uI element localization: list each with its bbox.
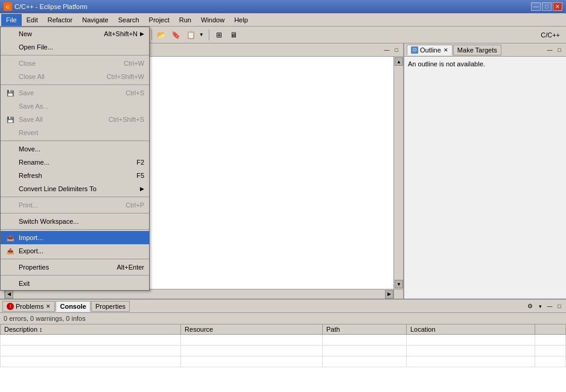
menu-save[interactable]: 💾 Save Ctrl+S bbox=[1, 86, 149, 100]
close-button[interactable]: ✕ bbox=[553, 2, 562, 11]
title-bar-left: C C/C++ - Eclipse Platform bbox=[4, 2, 87, 11]
menu-edit[interactable]: Edit bbox=[22, 14, 43, 26]
separator-4 bbox=[1, 197, 149, 197]
menu-new[interactable]: New Alt+Shift+N ▶ bbox=[1, 27, 149, 40]
menu-refresh-shortcut: F5 bbox=[136, 172, 144, 179]
scroll-down-btn[interactable]: ▼ bbox=[395, 280, 403, 288]
bottom-tabs: ! Problems ✕ Console Properties bbox=[2, 301, 130, 312]
separator-8 bbox=[1, 275, 149, 276]
menu-refresh[interactable]: Refresh F5 bbox=[1, 169, 149, 182]
cell-empty-8 bbox=[322, 346, 406, 356]
cell-empty-7 bbox=[181, 346, 323, 356]
editor-tab-controls[interactable]: — □ bbox=[383, 46, 401, 54]
cell-empty-3 bbox=[322, 335, 406, 346]
bottom-config-btn[interactable]: ⚙ bbox=[525, 302, 535, 311]
menu-close-all-label: Close All bbox=[19, 73, 45, 80]
outline-panel: O Outline ✕ Make Targets — □ An outline … bbox=[404, 43, 566, 299]
menu-save-as[interactable]: Save As... bbox=[1, 100, 149, 113]
menu-print[interactable]: Print... Ctrl+P bbox=[1, 198, 149, 212]
menu-open-file[interactable]: Open File... bbox=[1, 40, 149, 54]
bottom-maximize-btn[interactable]: □ bbox=[555, 302, 564, 311]
menu-run[interactable]: Run bbox=[174, 14, 196, 26]
make-targets-tab[interactable]: Make Targets bbox=[453, 45, 501, 55]
scroll-left-btn[interactable]: ◀ bbox=[5, 290, 13, 299]
properties-tab[interactable]: Properties bbox=[91, 301, 130, 312]
outline-tab-bar: O Outline ✕ Make Targets — □ bbox=[404, 43, 566, 57]
maximize-button[interactable]: □ bbox=[542, 2, 552, 11]
bottom-minimize-btn[interactable]: — bbox=[545, 302, 554, 311]
outline-tab-close[interactable]: ✕ bbox=[444, 47, 448, 53]
menu-exit[interactable]: Exit bbox=[1, 277, 149, 290]
menu-switch-workspace[interactable]: Switch Workspace... bbox=[1, 215, 149, 228]
menu-save-all[interactable]: 💾 Save All Ctrl+Shift+S bbox=[1, 113, 149, 126]
title-bar: C C/C++ - Eclipse Platform — □ ✕ bbox=[0, 0, 566, 13]
menu-search[interactable]: Search bbox=[113, 14, 144, 26]
toolbar-nav-dropdown[interactable]: 📋 ▼ bbox=[184, 28, 206, 42]
menu-new-arrow: ▶ bbox=[140, 31, 144, 37]
outline-message: An outline is not available. bbox=[408, 60, 485, 68]
menu-import[interactable]: 📥 Import... bbox=[1, 231, 149, 244]
col-location: Location bbox=[406, 324, 535, 335]
outline-tabs: O Outline ✕ Make Targets bbox=[407, 45, 501, 55]
outline-maximize-btn[interactable]: □ bbox=[555, 46, 564, 54]
menu-rename[interactable]: Rename... F2 bbox=[1, 156, 149, 169]
menu-convert-arrow: ▶ bbox=[140, 186, 144, 192]
col-path: Path bbox=[322, 324, 406, 335]
save-icon: 💾 bbox=[5, 88, 15, 98]
toolbar-sep-3 bbox=[151, 30, 152, 40]
menu-revert[interactable]: Revert bbox=[1, 126, 149, 139]
minimize-button[interactable]: — bbox=[531, 2, 541, 11]
import-icon: 📥 bbox=[5, 233, 15, 242]
cell-empty-5 bbox=[535, 335, 566, 346]
problems-tab-close[interactable]: ✕ bbox=[46, 303, 51, 309]
perspective-label: C/C++ bbox=[537, 31, 564, 39]
menu-close-all[interactable]: Close All Ctrl+Shift+W bbox=[1, 70, 149, 83]
scroll-corner bbox=[393, 289, 403, 299]
error-count-text: 0 errors, 0 warnings, 0 infos bbox=[4, 315, 86, 322]
outline-tab[interactable]: O Outline ✕ bbox=[407, 45, 453, 55]
menu-move-label: Move... bbox=[19, 145, 40, 153]
menu-move[interactable]: Move... bbox=[1, 142, 149, 156]
scroll-right-btn[interactable]: ▶ bbox=[385, 290, 393, 299]
problems-tab-label: Problems bbox=[16, 303, 43, 310]
cell-empty-9 bbox=[406, 346, 535, 356]
editor-maximize-btn[interactable]: □ bbox=[392, 46, 401, 54]
menu-properties[interactable]: Properties Alt+Enter bbox=[1, 261, 149, 274]
console-tab-label: Console bbox=[60, 303, 86, 310]
menu-save-label: Save bbox=[19, 89, 34, 96]
menu-project[interactable]: Project bbox=[144, 14, 174, 26]
toolbar-nav-arrow: ▼ bbox=[198, 32, 205, 37]
outline-content: An outline is not available. bbox=[404, 57, 566, 299]
menu-save-all-label: Save All bbox=[19, 116, 43, 123]
menu-help[interactable]: Help bbox=[229, 14, 253, 26]
toolbar-perspective2-btn[interactable]: 🖥 bbox=[227, 28, 240, 42]
table-row-empty-3 bbox=[1, 356, 566, 367]
problems-tab-icon: ! bbox=[7, 303, 14, 310]
menu-close-shortcut: Ctrl+W bbox=[124, 60, 144, 67]
bottom-controls[interactable]: ⚙ ▾ — □ bbox=[525, 302, 564, 311]
menu-navigate[interactable]: Navigate bbox=[77, 14, 113, 26]
toolbar-open-btn[interactable]: 📂 bbox=[155, 28, 168, 42]
separator-5 bbox=[1, 213, 149, 213]
menu-save-as-label: Save As... bbox=[19, 103, 49, 110]
toolbar-perspective-btn[interactable]: ⊞ bbox=[212, 28, 226, 42]
problems-tab[interactable]: ! Problems ✕ bbox=[2, 301, 55, 312]
console-tab[interactable]: Console bbox=[56, 301, 90, 312]
menu-close-all-shortcut: Ctrl+Shift+W bbox=[107, 73, 144, 80]
menu-window[interactable]: Window bbox=[196, 14, 229, 26]
col-description: Description ↕ bbox=[1, 324, 181, 335]
menu-close[interactable]: Close Ctrl+W bbox=[1, 57, 149, 70]
menu-refactor[interactable]: Refactor bbox=[43, 14, 78, 26]
menu-file[interactable]: File bbox=[1, 14, 22, 26]
toolbar-bookmark-btn[interactable]: 🔖 bbox=[170, 28, 183, 42]
scroll-up-btn[interactable]: ▲ bbox=[395, 57, 403, 66]
window-controls[interactable]: — □ ✕ bbox=[531, 2, 562, 11]
menu-convert[interactable]: Convert Line Delimiters To ▶ bbox=[1, 182, 149, 195]
menu-export[interactable]: 📤 Export... bbox=[1, 244, 149, 258]
editor-minimize-btn[interactable]: — bbox=[383, 46, 391, 54]
vertical-scrollbar[interactable]: ▲ ▼ bbox=[393, 57, 403, 289]
outline-controls[interactable]: — □ bbox=[545, 46, 564, 54]
outline-minimize-btn[interactable]: — bbox=[545, 46, 554, 54]
bottom-dropdown-btn[interactable]: ▾ bbox=[536, 302, 544, 311]
menu-print-label: Print... bbox=[19, 201, 38, 209]
